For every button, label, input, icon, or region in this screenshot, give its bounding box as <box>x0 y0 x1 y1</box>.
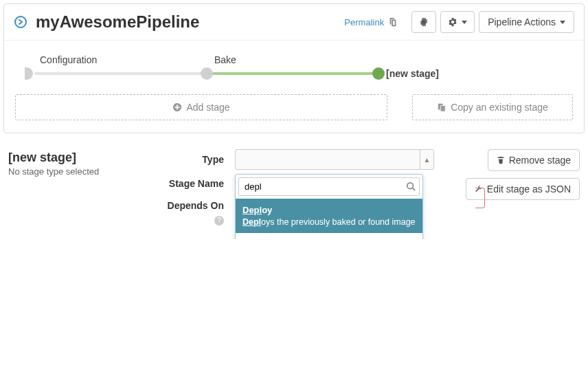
depends-help: ? <box>146 214 235 225</box>
pipeline-header: myAwesomePipeline Permalink Pipeline Act… <box>4 4 584 41</box>
svg-point-0 <box>15 16 26 27</box>
permalink-link[interactable]: Permalink <box>344 17 398 27</box>
stage-node-new[interactable] <box>372 67 385 80</box>
row-type: Type ▲ <box>146 149 434 170</box>
svg-rect-4 <box>440 105 445 111</box>
pipeline-panel: myAwesomePipeline Permalink Pipeline Act… <box>3 3 585 133</box>
dropdown-item[interactable]: DeployDeploys the previously baked or fo… <box>236 199 422 233</box>
remove-stage-button[interactable]: Remove stage <box>488 149 580 171</box>
caret-down-icon <box>560 21 565 24</box>
stage-label-bake[interactable]: Bake <box>214 54 236 65</box>
track-segment-active <box>209 72 381 75</box>
copy-stage-label: Copy an existing stage <box>451 102 548 113</box>
dropdown-item[interactable]: Deploy (CloudFormation Stack)Deploy a Cl… <box>236 233 422 239</box>
dropdown-search <box>236 175 422 199</box>
label-type: Type <box>146 154 235 165</box>
stage-side-actions: Remove stage Edit stage as JSON <box>442 149 580 225</box>
stage-summary: [new stage] No stage type selected <box>8 149 146 225</box>
dropdown-list[interactable]: DeployDeploys the previously baked or fo… <box>236 199 422 239</box>
type-dropdown: DeployDeploys the previously baked or fo… <box>235 174 423 239</box>
pipeline-actions-button[interactable]: Pipeline Actions <box>479 11 574 33</box>
track-segment <box>34 72 206 75</box>
stage-subtext: No stage type selected <box>8 166 146 177</box>
pipeline-actions-label: Pipeline Actions <box>488 16 556 27</box>
stage-editor: [new stage] No stage type selected Type … <box>0 137 588 239</box>
settings-dropdown-button[interactable] <box>440 11 475 33</box>
gear-solid-icon <box>419 17 429 27</box>
select-arrow-icon: ▲ <box>420 150 433 169</box>
stages-graph: Configuration Bake [new stage] <box>15 54 573 82</box>
search-icon <box>406 181 416 191</box>
stage-heading: [new stage] <box>8 151 146 165</box>
remove-stage-label: Remove stage <box>509 155 571 166</box>
copy-icon <box>437 102 446 112</box>
pipeline-title: myAwesomePipeline <box>36 12 199 32</box>
stage-node-config[interactable] <box>25 67 33 80</box>
stage-action-row: Add stage Copy an existing stage <box>15 94 573 120</box>
configure-button[interactable] <box>411 11 436 33</box>
plus-circle-icon <box>172 102 182 112</box>
dropdown-search-input[interactable] <box>238 177 420 196</box>
stage-label-new[interactable]: [new stage] <box>386 68 439 79</box>
stage-form: Type ▲ DeployDeploys the previously bake… <box>146 149 434 225</box>
help-icon[interactable]: ? <box>214 216 224 225</box>
collapse-icon[interactable] <box>14 15 27 29</box>
type-select[interactable]: ▲ <box>235 149 434 170</box>
add-stage-button[interactable]: Add stage <box>15 94 387 120</box>
add-stage-label: Add stage <box>186 102 229 113</box>
stage-name-input-edge[interactable] <box>475 188 485 208</box>
permalink-label: Permalink <box>344 17 384 27</box>
label-depends: Depends On <box>146 197 235 211</box>
clipboard-icon <box>388 17 398 27</box>
pipeline-body: Configuration Bake [new stage] Add stage… <box>4 41 584 133</box>
edit-json-label: Edit stage as JSON <box>487 184 571 195</box>
stage-node-bake[interactable] <box>201 67 213 80</box>
caret-down-icon <box>462 21 467 24</box>
copy-stage-button[interactable]: Copy an existing stage <box>412 94 573 120</box>
label-stage-name: Stage Name <box>146 178 235 189</box>
trash-icon <box>497 156 505 164</box>
stage-label-config[interactable]: Configuration <box>40 54 97 65</box>
gear-icon <box>448 17 457 27</box>
svg-point-5 <box>407 183 414 189</box>
